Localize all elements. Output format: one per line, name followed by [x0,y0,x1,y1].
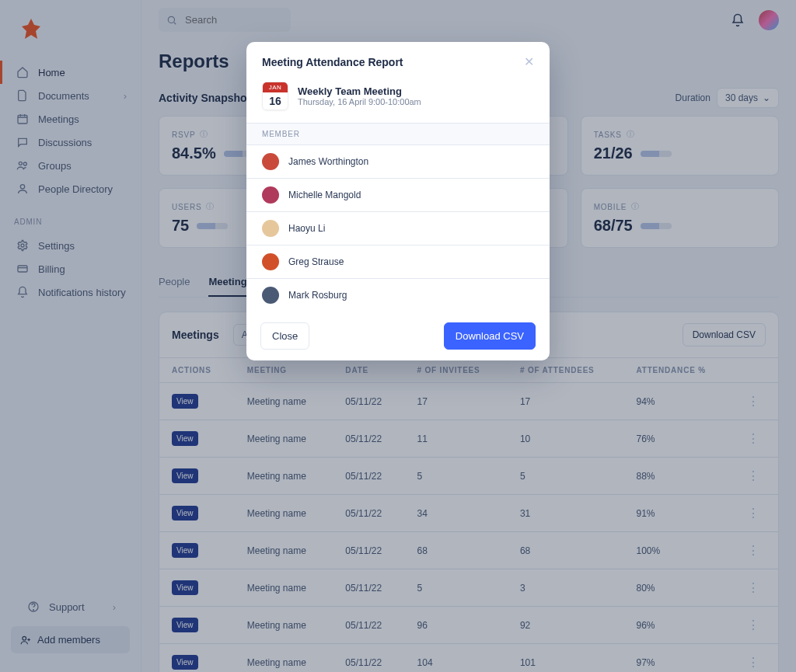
close-icon[interactable]: ✕ [524,54,534,69]
calendar-chip: JAN 16 [262,82,288,110]
modal-title: Meeting Attendance Report [262,56,403,68]
modal-overlay[interactable]: Meeting Attendance Report ✕ JAN 16 Weekl… [0,0,796,672]
member-name: Greg Strause [288,256,344,267]
member-row: Michelle Mangold [246,179,550,212]
member-row: Haoyu Li [246,212,550,245]
close-button[interactable]: Close [260,322,309,350]
modal-meeting-subtitle: Thursday, 16 April 9:00-10:00am [298,97,421,106]
avatar [262,220,279,237]
avatar [262,153,279,170]
calendar-chip-day: 16 [263,92,288,110]
member-name: James Worthington [288,156,368,167]
member-name: Michelle Mangold [288,190,361,200]
attendance-modal: Meeting Attendance Report ✕ JAN 16 Weekl… [246,42,550,360]
member-row: Greg Strause [246,245,550,279]
member-row: James Worthington [246,145,550,179]
member-column-header: MEMBER [246,123,550,145]
member-name: Haoyu Li [288,223,325,234]
modal-meeting-title: Weekly Team Meeting [298,85,421,97]
member-row: Mark Rosburg [246,279,550,312]
avatar [262,186,279,204]
member-name: Mark Rosburg [288,290,347,301]
avatar [262,287,279,304]
avatar [262,253,279,270]
calendar-chip-month: JAN [263,82,288,92]
download-csv-primary-button[interactable]: Download CSV [444,322,536,350]
